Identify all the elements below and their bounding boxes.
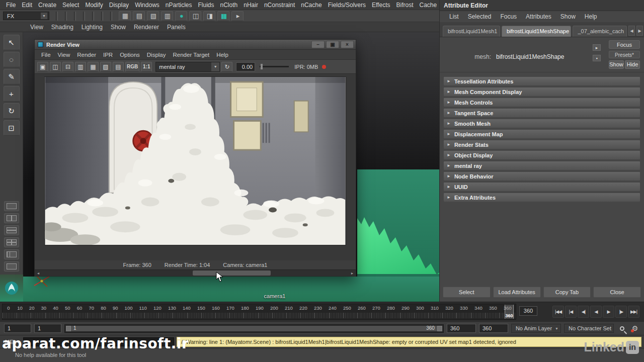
pause-playback-icon[interactable]: ▮▮ <box>217 11 229 21</box>
panel-menu-item[interactable]: Panels <box>163 24 190 31</box>
step-forward-frame-button[interactable]: |▶ <box>615 306 627 318</box>
step-back-key-button[interactable]: |◀ <box>565 306 577 318</box>
attribute-editor-menu-item[interactable]: Selected <box>463 13 496 20</box>
slider-knob[interactable] <box>261 64 263 69</box>
render-view-menu-item[interactable]: Render <box>73 52 100 58</box>
tab-scroll-left-icon[interactable]: ◀ <box>628 26 635 36</box>
load-attributes-button[interactable]: Load Attributes <box>493 287 541 298</box>
scrollbar-track[interactable] <box>42 270 349 276</box>
range-start-handle[interactable] <box>66 326 71 331</box>
statusline-group-separator[interactable] <box>101 12 103 21</box>
step-forward-icon[interactable]: ▸ <box>231 11 244 21</box>
layout-four-pane-button[interactable] <box>4 237 19 247</box>
menu-item[interactable]: Display <box>106 2 132 9</box>
menu-item[interactable]: Fields/Solvers <box>325 2 369 9</box>
render-view-icon[interactable]: ▦ <box>119 11 131 21</box>
section-tessellation-attributes[interactable]: ► Tessellation Attributes <box>443 76 640 86</box>
statusline-group-separator[interactable] <box>110 12 112 21</box>
render-current-frame-icon[interactable]: ▤ <box>133 11 145 21</box>
auto-keyframe-button[interactable] <box>617 323 627 333</box>
menu-item[interactable]: Bifrost <box>393 2 416 9</box>
menu-item[interactable]: Select <box>59 2 82 9</box>
move-tool[interactable]: + <box>4 86 20 102</box>
layout-two-pane-stacked-button[interactable] <box>4 225 19 235</box>
snapshot-icon[interactable]: ▤ <box>113 62 124 72</box>
section-object-display[interactable]: ► Object Display <box>443 150 640 160</box>
exposure-field[interactable]: 0.00 <box>236 62 255 71</box>
scrollbar-thumb[interactable] <box>193 270 271 276</box>
render-region-icon[interactable]: ▥ <box>75 62 86 72</box>
minimize-button[interactable]: – <box>311 41 325 48</box>
render-view-menu-item[interactable]: Display <box>143 52 170 58</box>
statusline-group-separator[interactable] <box>83 12 85 21</box>
play-forwards-button[interactable]: ▶ <box>603 306 614 318</box>
section-mental-ray[interactable]: ► mental ray <box>443 161 640 170</box>
render-view-menu-item[interactable]: Options <box>116 52 143 58</box>
animation-end-field[interactable]: 360 <box>479 324 508 333</box>
menu-item[interactable]: nHair <box>240 2 261 9</box>
horizontal-scrollbar[interactable]: ◄ ► <box>35 269 356 276</box>
current-time-marker[interactable]: 360 <box>505 305 514 319</box>
renderer-dropdown[interactable]: mental ray ▼ <box>155 62 220 72</box>
play-backwards-button[interactable]: ◀ <box>590 306 602 318</box>
save-image-icon[interactable]: ◫ <box>50 62 61 72</box>
tab-scroll-right-icon[interactable]: ▶ <box>636 26 643 36</box>
tab-bifrostliquid1mesh1[interactable]: bifrostLiquid1Mesh1 <box>443 26 500 37</box>
playback-end-field[interactable]: 360 <box>447 324 476 333</box>
snap-icon[interactable]: ◨ <box>203 11 215 21</box>
select-tool[interactable]: ↖ <box>4 35 20 50</box>
copy-tab-button[interactable]: Copy Tab <box>543 287 591 298</box>
section-displacement-map[interactable]: ► Displacement Map <box>443 129 640 139</box>
menu-item[interactable]: nCloth <box>217 2 241 9</box>
layout-persp-graph-button[interactable] <box>4 261 19 272</box>
scale-tool[interactable]: ⊡ <box>4 120 20 136</box>
character-set-dropdown[interactable]: No Character Set <box>564 324 614 333</box>
menu-item[interactable]: Windows <box>132 2 163 9</box>
animation-start-field[interactable]: 1 <box>4 324 31 333</box>
layout-single-pane-button[interactable] <box>4 201 19 211</box>
time-slider[interactable]: 0102030405060708090100110120130140150160… <box>2 304 516 320</box>
presets-button[interactable]: Presets* <box>609 51 640 58</box>
render-canvas[interactable] <box>35 74 356 260</box>
scroll-left-icon[interactable]: ◄ <box>35 272 42 275</box>
statusline-group-separator[interactable] <box>74 12 76 21</box>
show-button[interactable]: Show <box>609 60 624 69</box>
render-view-menu-item[interactable]: File <box>38 52 54 58</box>
section-mesh-controls[interactable]: ► Mesh Controls <box>443 98 640 107</box>
attribute-editor-title[interactable]: Attribute Editor <box>440 0 644 11</box>
anim-layer-dropdown[interactable]: No Anim Layer ▼ <box>511 324 561 333</box>
panel-menu-item[interactable]: View <box>26 24 47 31</box>
menu-item[interactable]: Effects <box>369 2 393 9</box>
current-time-field[interactable]: 360 <box>519 306 537 316</box>
lasso-tool[interactable]: ◌ <box>4 52 20 67</box>
hide-button[interactable]: Hide <box>625 60 640 69</box>
render-settings-icon[interactable]: ▥ <box>161 11 173 21</box>
range-end-handle[interactable] <box>437 326 442 331</box>
panel-menu-item[interactable]: Show <box>107 24 130 31</box>
section-smooth-mesh[interactable]: ► Smooth Mesh <box>443 119 640 128</box>
statusline-group-separator[interactable] <box>92 12 94 21</box>
tab-alembic-cache[interactable]: _07_alembic_cach <box>573 26 627 37</box>
menu-item[interactable]: Modify <box>82 2 106 9</box>
playblast-icon[interactable]: ◫ <box>189 11 201 21</box>
go-to-start-button[interactable]: |◀◀ <box>552 306 564 318</box>
one-to-one-button[interactable]: 1:1 <box>141 62 152 72</box>
select-button[interactable]: Select <box>443 287 491 298</box>
mesh-field-value[interactable]: bifrostLiquid1MeshShape <box>496 53 564 60</box>
menu-item[interactable]: Cache <box>416 2 440 9</box>
attribute-editor-menu-item[interactable]: Show <box>556 13 580 20</box>
interactive-sphere-icon[interactable]: ● <box>175 11 187 21</box>
render-view-menu-item[interactable]: IPR <box>100 52 116 58</box>
close-button[interactable]: Close <box>593 287 641 298</box>
render-view-menu-item[interactable]: Render Target <box>170 52 213 58</box>
menu-item[interactable]: nConstraint <box>261 2 298 9</box>
close-button[interactable]: × <box>341 41 354 48</box>
menu-item[interactable]: Fluids <box>195 2 217 9</box>
scroll-right-icon[interactable]: ► <box>349 272 356 275</box>
ipr-render-icon[interactable]: ▧ <box>147 11 159 21</box>
section-node-behavior[interactable]: ► Node Behavior <box>443 171 640 181</box>
section-render-stats[interactable]: ► Render Stats <box>443 140 640 149</box>
attribute-editor-menu-item[interactable]: List <box>445 13 463 20</box>
open-image-icon[interactable]: ▣ <box>37 62 48 72</box>
redo-previous-render-icon[interactable]: ▦ <box>88 62 99 72</box>
